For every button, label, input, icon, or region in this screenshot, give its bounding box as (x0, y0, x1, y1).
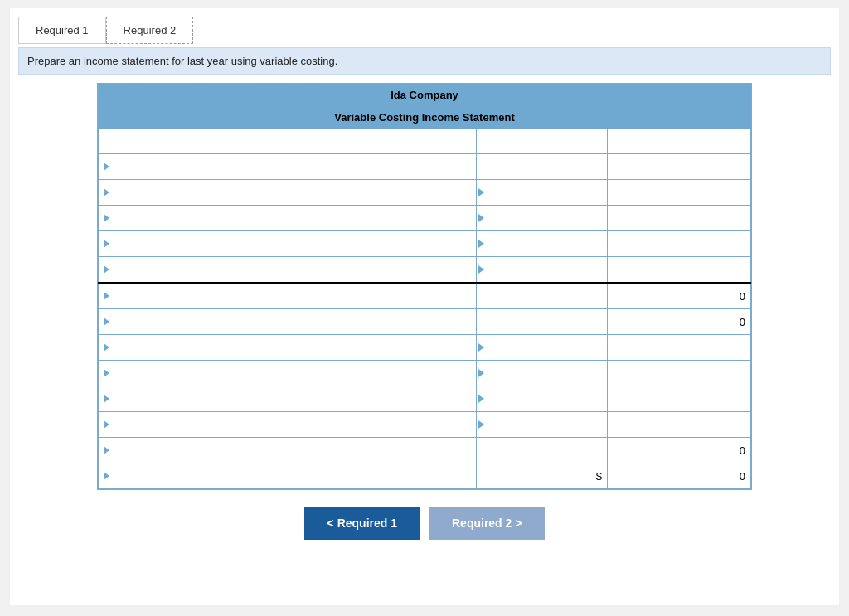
nav-buttons: < Required 1 Required 2 > (18, 507, 831, 540)
right-cell (607, 361, 750, 386)
right-cell (607, 231, 750, 257)
right-cell (607, 386, 750, 412)
dollar-sign-cell: $ (477, 463, 607, 489)
table-row: 0 (99, 283, 751, 309)
label-cell (99, 309, 477, 335)
mid-cell (477, 309, 607, 335)
table-row (99, 257, 751, 284)
tab-required2-label: Required 2 (124, 24, 177, 36)
mid-arrow-icon (478, 343, 484, 352)
mid-arrow-icon (478, 188, 484, 196)
label-cell (99, 154, 477, 180)
statement-title: Variable Costing Income Statement (98, 106, 751, 129)
mid-cell (477, 231, 607, 257)
left-arrow-icon (104, 162, 109, 171)
left-arrow-icon (104, 472, 109, 480)
prev-button-label: < Required 1 (327, 517, 397, 530)
left-arrow-icon (104, 395, 109, 403)
table-row: 0 (99, 309, 751, 335)
left-arrow-icon (104, 188, 109, 196)
page-container: Required 1 Required 2 Prepare an income … (10, 8, 839, 605)
mid-arrow-icon (478, 420, 484, 429)
right-cell (607, 129, 750, 154)
statement-rows: 0 0 (98, 129, 751, 489)
right-cell (607, 206, 750, 231)
right-cell (607, 257, 750, 284)
mid-cell (477, 257, 607, 284)
right-cell: 0 (607, 309, 750, 335)
next-button[interactable]: Required 2 > (429, 507, 545, 540)
mid-arrow-icon (478, 395, 484, 403)
tab-required2[interactable]: Required 2 (106, 17, 194, 44)
table-row-final: $ 0 (99, 463, 751, 489)
mid-cell (477, 206, 607, 231)
mid-cell (477, 412, 607, 438)
label-cell (99, 412, 477, 438)
label-cell (99, 335, 477, 361)
mid-cell (477, 129, 607, 154)
mid-arrow-icon (478, 265, 484, 274)
mid-arrow-icon (478, 214, 484, 222)
label-cell (99, 129, 477, 154)
right-cell: 0 (607, 283, 750, 309)
label-cell (99, 386, 477, 412)
table-row (99, 129, 751, 154)
table-row: 0 (99, 438, 751, 463)
table-row (99, 231, 751, 257)
mid-cell (477, 386, 607, 412)
left-arrow-icon (104, 214, 109, 222)
left-arrow-icon (104, 292, 109, 300)
tab-required1[interactable]: Required 1 (18, 17, 106, 44)
mid-cell (477, 283, 607, 309)
label-cell (99, 257, 477, 284)
table-row (99, 335, 751, 361)
right-cell: 0 (607, 438, 750, 463)
row14-value: 0 (740, 470, 745, 483)
label-cell (99, 180, 477, 206)
right-cell (607, 180, 750, 206)
left-arrow-icon (104, 265, 109, 274)
table-row (99, 361, 751, 386)
table-row (99, 386, 751, 412)
right-cell-final: 0 (607, 463, 750, 489)
label-cell (99, 438, 477, 463)
tabs-row: Required 1 Required 2 (18, 17, 831, 44)
left-arrow-icon (104, 420, 109, 429)
right-cell (607, 154, 750, 180)
left-arrow-icon (104, 446, 109, 454)
row7-value: 0 (740, 290, 745, 303)
left-arrow-icon (104, 343, 109, 352)
dollar-sign: $ (596, 470, 602, 483)
mid-cell (477, 438, 607, 463)
table-row (99, 154, 751, 180)
row8-value: 0 (740, 316, 745, 328)
left-arrow-icon (104, 369, 109, 377)
prev-button[interactable]: < Required 1 (304, 507, 420, 540)
mid-cell (477, 361, 607, 386)
label-cell (99, 206, 477, 231)
label-cell (99, 283, 477, 309)
table-row (99, 206, 751, 231)
left-arrow-icon (104, 318, 109, 326)
label-cell (99, 361, 477, 386)
table-row (99, 180, 751, 206)
mid-cell (477, 180, 607, 206)
mid-arrow-icon (478, 240, 484, 248)
instruction-bar: Prepare an income statement for last yea… (18, 47, 831, 75)
income-statement-table: Ida Company Variable Costing Income Stat… (97, 83, 752, 490)
right-cell (607, 335, 750, 361)
label-cell (99, 463, 477, 489)
right-cell (607, 412, 750, 438)
row13-value: 0 (740, 444, 745, 457)
company-name: Ida Company (98, 84, 751, 106)
next-button-label: Required 2 > (452, 517, 522, 530)
tab-required1-label: Required 1 (36, 24, 89, 36)
mid-cell (477, 335, 607, 361)
left-arrow-icon (104, 240, 109, 248)
mid-arrow-icon (478, 369, 484, 377)
label-cell (99, 231, 477, 257)
mid-cell (477, 154, 607, 180)
instruction-text: Prepare an income statement for last yea… (27, 55, 337, 67)
table-row (99, 412, 751, 438)
